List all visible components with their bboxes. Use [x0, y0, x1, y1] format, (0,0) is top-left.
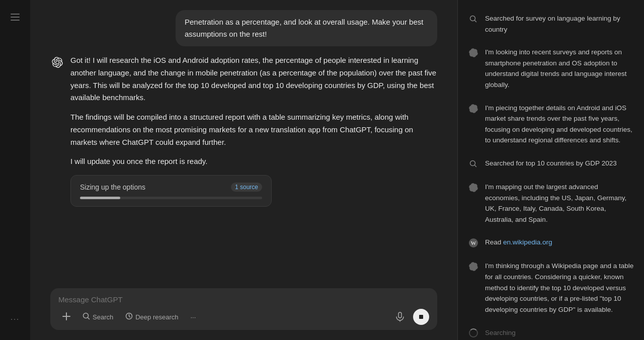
activity-item-2: I'm looking into recent surveys and repo…: [468, 42, 634, 95]
activity-text-2: I'm looking into recent surveys and repo…: [485, 47, 634, 90]
svg-rect-2: [11, 20, 20, 21]
input-right-actions: [392, 309, 429, 325]
add-icon: [62, 312, 70, 322]
progress-bar-fill: [80, 197, 120, 199]
activity-item-5: I'm mapping out the largest advanced eco…: [468, 177, 634, 230]
activity-text-4: Searched for top 10 countries by GDP 202…: [485, 158, 617, 169]
activity-item-6: W Read en.wikipedia.org: [468, 232, 634, 253]
thinking-icon-3: [468, 103, 479, 114]
right-panel: Searched for survey on language learning…: [458, 0, 644, 340]
deep-research-label: Deep research: [135, 313, 178, 321]
user-message: Penetration as a percentage, and look at…: [176, 10, 437, 46]
search-label: Search: [93, 313, 113, 321]
input-box: Search Deep research ···: [50, 288, 437, 330]
sidebar: ⋯: [0, 0, 30, 340]
assistant-text-3: I will update you once the report is rea…: [70, 155, 437, 168]
wikipedia-icon: W: [468, 237, 479, 248]
thinking-icon-5: [468, 182, 479, 193]
source-badge[interactable]: 1 source: [231, 183, 262, 192]
source-card: Sizing up the options 1 source: [70, 175, 272, 207]
input-actions-bar: Search Deep research ···: [58, 309, 429, 325]
assistant-text-2: The findings will be compiled into a str…: [70, 111, 437, 148]
more-options-label: ···: [190, 313, 196, 321]
stop-button[interactable]: [413, 309, 429, 325]
wikipedia-link[interactable]: en.wikipedia.org: [503, 238, 552, 246]
activity-text-1: Searched for survey on language learning…: [485, 13, 634, 35]
searching-row: Searching: [468, 322, 634, 340]
activity-item-1: Searched for survey on language learning…: [468, 8, 634, 40]
thinking-icon-7: [468, 261, 479, 272]
searching-text: Searching: [485, 329, 516, 336]
svg-rect-6: [419, 315, 423, 319]
search-activity-icon-4: [468, 158, 479, 169]
source-card-title: Sizing up the options: [80, 183, 145, 191]
source-card-header: Sizing up the options 1 source: [80, 183, 262, 192]
chat-messages: Penetration as a percentage, and look at…: [30, 0, 457, 281]
assistant-message-block: Got it! I will research the iOS and Andr…: [50, 54, 437, 207]
svg-rect-0: [11, 14, 20, 15]
search-button[interactable]: Search: [78, 310, 117, 324]
search-activity-icon-1: [468, 14, 479, 25]
mic-button[interactable]: [392, 309, 408, 325]
sidebar-menu-icon[interactable]: [6, 8, 24, 26]
more-dots-label: ⋯: [10, 313, 20, 324]
thinking-icon-2: [468, 47, 479, 58]
searching-spinner: [468, 327, 479, 338]
activity-text-6: Read en.wikipedia.org: [485, 237, 552, 248]
deep-research-button[interactable]: Deep research: [121, 310, 182, 324]
svg-rect-5: [398, 312, 401, 318]
activity-text-3: I'm piecing together details on Android …: [485, 103, 634, 146]
activity-text-5: I'm mapping out the largest advanced eco…: [485, 182, 634, 225]
add-button[interactable]: [58, 310, 74, 324]
assistant-content: Got it! I will research the iOS and Andr…: [70, 54, 437, 207]
deep-research-icon: [125, 312, 133, 321]
assistant-avatar-icon: [50, 55, 64, 69]
activity-item-4: Searched for top 10 countries by GDP 202…: [468, 153, 634, 175]
activity-item-7: I'm thinking through a Wikipedia page an…: [468, 256, 634, 320]
main-chat: Penetration as a percentage, and look at…: [30, 0, 458, 340]
more-options-button[interactable]: ···: [186, 311, 200, 323]
sidebar-more-icon[interactable]: ⋯: [6, 310, 24, 328]
input-area: Search Deep research ···: [30, 281, 457, 340]
progress-bar-background: [80, 197, 262, 199]
svg-point-7: [470, 16, 475, 21]
search-icon: [83, 312, 90, 321]
activity-text-7: I'm thinking through a Wikipedia page an…: [485, 261, 634, 315]
activity-item-3: I'm piecing together details on Android …: [468, 98, 634, 151]
svg-rect-1: [11, 17, 20, 18]
svg-point-8: [470, 160, 475, 165]
message-input[interactable]: [58, 295, 429, 304]
assistant-text-1: Got it! I will research the iOS and Andr…: [70, 54, 437, 104]
